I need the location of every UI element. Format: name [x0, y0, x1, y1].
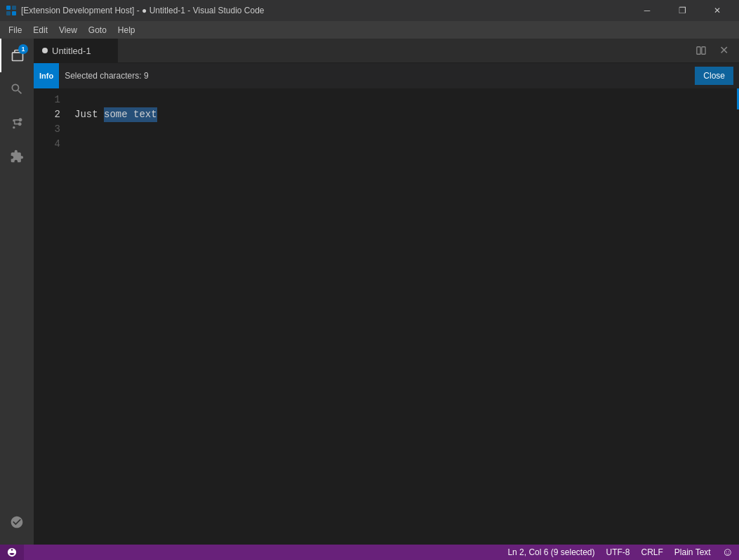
menu-file[interactable]: File — [3, 21, 27, 39]
activity-explorer[interactable]: 1 — [0, 39, 34, 72]
tab-modified-dot — [42, 48, 48, 53]
menu-view[interactable]: View — [53, 21, 83, 39]
window-title: [Extension Development Host] - ● Untitle… — [21, 6, 631, 15]
tab-untitled-1[interactable]: Untitled-1 — [34, 39, 118, 62]
activity-account[interactable] — [0, 505, 34, 539]
line-number-4: 4 — [34, 137, 60, 152]
status-remote[interactable] — [0, 545, 24, 560]
tab-bar: Untitled-1 ✕ — [34, 39, 739, 63]
activity-bar-bottom — [0, 505, 34, 539]
minimize-button[interactable]: ─ — [631, 0, 663, 21]
code-line-1 — [74, 93, 733, 107]
title-bar: [Extension Development Host] - ● Untitle… — [0, 0, 739, 21]
window-controls: ─ ❐ ✕ — [631, 0, 733, 21]
activity-source-control[interactable] — [0, 106, 34, 140]
line-numbers: 1 2 3 4 — [34, 88, 69, 545]
status-line-ending[interactable]: CRLF — [636, 545, 669, 560]
main-area: 1 Untitled-1 ✕ — [0, 39, 739, 545]
code-line-4 — [74, 137, 733, 152]
activity-search[interactable] — [0, 72, 34, 106]
app-icon — [6, 5, 17, 16]
svg-rect-2 — [6, 11, 11, 15]
line-number-1: 1 — [34, 93, 60, 107]
code-line-2: Just some text — [74, 107, 733, 122]
svg-rect-4 — [697, 46, 700, 54]
line-number-3: 3 — [34, 122, 60, 137]
status-right: Ln 2, Col 6 (9 selected) UTF-8 CRLF Plai… — [502, 545, 739, 560]
activity-bar: 1 — [0, 39, 34, 545]
code-area[interactable]: Just some text — [69, 88, 739, 545]
line-number-2: 2 — [34, 107, 60, 122]
status-position[interactable]: Ln 2, Col 6 (9 selected) — [502, 545, 600, 560]
close-button[interactable]: ✕ — [701, 0, 733, 21]
menu-help[interactable]: Help — [112, 21, 141, 39]
editor-area: Untitled-1 ✕ Info Selected characters: 9… — [34, 39, 739, 545]
svg-rect-3 — [12, 11, 16, 15]
tab-actions: ✕ — [686, 39, 739, 62]
tab-label: Untitled-1 — [52, 46, 91, 56]
split-editor-button[interactable] — [691, 41, 711, 60]
notification-bar: Info Selected characters: 9 Close — [34, 63, 739, 88]
status-language[interactable]: Plain Text — [669, 545, 717, 560]
svg-rect-1 — [12, 6, 16, 10]
explorer-badge: 1 — [18, 44, 28, 54]
status-feedback[interactable]: ☺ — [717, 545, 739, 560]
menu-bar: File Edit View Goto Help — [0, 21, 739, 39]
notification-popup: Info Selected characters: 9 Close — [34, 63, 739, 88]
code-line-3 — [74, 122, 733, 137]
menu-goto[interactable]: Goto — [83, 21, 112, 39]
svg-rect-5 — [702, 46, 705, 54]
close-editor-button[interactable]: ✕ — [714, 41, 733, 60]
status-bar: Ln 2, Col 6 (9 selected) UTF-8 CRLF Plai… — [0, 545, 739, 560]
editor-content[interactable]: 1 2 3 4 Just some text — [34, 88, 739, 545]
svg-rect-0 — [6, 6, 11, 10]
activity-extensions[interactable] — [0, 140, 34, 173]
notification-message: Selected characters: 9 — [65, 71, 695, 81]
status-encoding[interactable]: UTF-8 — [601, 545, 636, 560]
notification-close-button[interactable]: Close — [695, 67, 733, 85]
notification-info-badge: Info — [34, 63, 59, 88]
menu-edit[interactable]: Edit — [27, 21, 53, 39]
selected-text: some text — [104, 107, 157, 122]
restore-button[interactable]: ❐ — [666, 0, 698, 21]
status-left — [0, 545, 24, 560]
